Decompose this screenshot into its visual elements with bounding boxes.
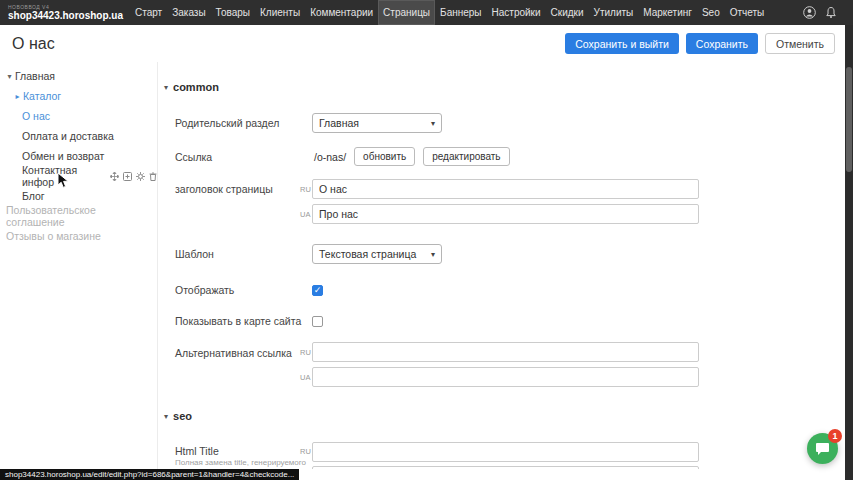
sidebar-item-label: Отзывы о магазине xyxy=(6,230,101,242)
nav-item-seo[interactable]: Seo xyxy=(697,0,725,25)
save-button[interactable]: Сохранить xyxy=(686,33,758,54)
sidebar-item-label: Каталог xyxy=(23,90,61,102)
page-title-ru-input[interactable] xyxy=(312,179,699,199)
tree-item-actions xyxy=(110,172,157,181)
page-title: О нас xyxy=(12,35,55,53)
alt-link-ua-input[interactable] xyxy=(312,367,699,387)
alt-link-label: Альтернативная ссылка xyxy=(175,347,292,359)
cancel-button[interactable]: Отменить xyxy=(765,33,835,54)
section-common[interactable]: ▾ common xyxy=(164,81,219,93)
chevron-right-icon[interactable]: ▸ xyxy=(12,92,23,101)
sidebar-item-label: Блог xyxy=(22,190,45,202)
nav-item-products[interactable]: Товары xyxy=(211,0,255,25)
html-title-hint: Полная замена title, генерируемого xyxy=(175,458,306,467)
sidebar-item-label: Пользовательское соглашение xyxy=(6,204,157,228)
save-exit-button[interactable]: Сохранить и выйти xyxy=(565,33,679,54)
logo-domain: shop34423.horoshop.ua xyxy=(8,10,126,21)
page-header: О нас Сохранить и выйти Сохранить Отмени… xyxy=(0,25,845,62)
template-label: Шаблон xyxy=(175,248,214,260)
nav-item-utilities[interactable]: Утилиты xyxy=(589,0,639,25)
add-icon[interactable] xyxy=(123,172,132,181)
status-url: shop34423.horoshop.ua/edit/edit.php?id=6… xyxy=(0,469,299,480)
parent-section-label: Родительский раздел xyxy=(175,117,279,129)
app-window: НОВОВВОД V4 shop34423.horoshop.ua Старт … xyxy=(0,0,853,480)
html-title-label: Html Title xyxy=(175,445,219,457)
sidebar-item-label: Контактная инфор xyxy=(22,164,102,188)
display-label: Отображать xyxy=(175,284,234,296)
lang-ua-label: UA xyxy=(300,373,310,382)
nav-item-clients[interactable]: Клиенты xyxy=(255,0,305,25)
check-icon: ✓ xyxy=(314,286,322,295)
html-title-ru-input[interactable] xyxy=(312,442,699,462)
move-icon[interactable] xyxy=(110,172,119,181)
nav-item-pages[interactable]: Страницы xyxy=(378,0,435,25)
sitemap-checkbox[interactable] xyxy=(312,316,323,327)
link-label: Ссылка xyxy=(175,151,212,163)
account-icon[interactable] xyxy=(803,6,816,19)
top-navbar: НОВОВВОД V4 shop34423.horoshop.ua Старт … xyxy=(0,0,853,25)
lang-ru-label: RU xyxy=(300,185,311,194)
display-checkbox[interactable]: ✓ xyxy=(312,285,323,296)
chevron-down-icon: ▾ xyxy=(164,83,168,92)
chevron-down-icon[interactable]: ▾ xyxy=(4,72,15,81)
link-row: /o-nas/ обновить редактировать xyxy=(314,147,510,166)
nav-item-orders[interactable]: Заказы xyxy=(167,0,210,25)
nav-item-start[interactable]: Старт xyxy=(130,0,167,25)
nav-item-marketing[interactable]: Маркетинг xyxy=(638,0,697,25)
html-title-ua-input[interactable] xyxy=(312,466,699,469)
sidebar-item-contacts[interactable]: Контактная инфор xyxy=(0,166,157,186)
sidebar-item-label: Обмен и возврат xyxy=(22,150,104,162)
page-tree-sidebar: ▾ Главная ▸ Каталог О нас Оплата и доста… xyxy=(0,62,158,469)
sidebar-item-store-reviews[interactable]: Отзывы о магазине xyxy=(0,226,157,246)
parent-section-select[interactable]: Главная ▾ xyxy=(312,113,442,133)
chevron-down-icon: ▾ xyxy=(431,119,435,128)
header-actions: Сохранить и выйти Сохранить Отменить xyxy=(565,33,835,54)
edit-form: ▾ common Родительский раздел Главная ▾ С… xyxy=(159,62,845,469)
sidebar-item-user-agreement[interactable]: Пользовательское соглашение xyxy=(0,206,157,226)
template-value: Текстовая страница xyxy=(319,248,416,260)
main-menu: Старт Заказы Товары Клиенты Комментарии … xyxy=(130,0,769,25)
sitemap-label: Показывать в карте сайта xyxy=(175,315,301,327)
sidebar-item-blog[interactable]: Блог xyxy=(0,186,157,206)
sidebar-item-payment-delivery[interactable]: Оплата и доставка xyxy=(0,126,157,146)
trash-icon[interactable] xyxy=(149,172,157,181)
lang-ru-label: RU xyxy=(300,348,311,357)
logo[interactable]: НОВОВВОД V4 shop34423.horoshop.ua xyxy=(8,4,126,21)
notifications-icon[interactable] xyxy=(825,6,837,19)
edit-link-button[interactable]: редактировать xyxy=(423,147,509,166)
section-seo-label: seo xyxy=(173,410,192,422)
sidebar-item-about[interactable]: О нас xyxy=(0,106,157,126)
sidebar-item-exchange-return[interactable]: Обмен и возврат xyxy=(0,146,157,166)
nav-item-reports[interactable]: Отчеты xyxy=(725,0,770,25)
nav-item-settings[interactable]: Настройки xyxy=(487,0,546,25)
sidebar-item-catalog[interactable]: ▸ Каталог xyxy=(0,86,157,106)
chevron-down-icon: ▾ xyxy=(431,250,435,259)
alt-link-ru-input[interactable] xyxy=(312,342,699,362)
vertical-scrollbar[interactable] xyxy=(845,25,853,480)
chat-bubble-icon xyxy=(815,442,830,456)
page-title-field-label: заголовок страницы xyxy=(175,183,273,195)
section-seo[interactable]: ▾ seo xyxy=(164,410,192,422)
nav-item-banners[interactable]: Баннеры xyxy=(435,0,486,25)
chevron-down-icon: ▾ xyxy=(164,412,168,421)
parent-section-value: Главная xyxy=(319,117,359,129)
page-title-ua-input[interactable] xyxy=(312,204,699,224)
nav-icon-group xyxy=(803,6,837,19)
scrollbar-thumb[interactable] xyxy=(846,67,852,172)
chat-widget[interactable]: 1 xyxy=(807,433,838,464)
template-select[interactable]: Текстовая страница ▾ xyxy=(312,244,442,264)
sidebar-item-main[interactable]: ▾ Главная xyxy=(0,66,157,86)
sidebar-item-label: Главная xyxy=(15,70,55,82)
sidebar-item-label: О нас xyxy=(22,110,50,122)
refresh-link-button[interactable]: обновить xyxy=(354,147,415,166)
gear-icon[interactable] xyxy=(136,172,145,181)
sidebar-item-label: Оплата и доставка xyxy=(22,130,114,142)
lang-ru-label: RU xyxy=(300,447,311,456)
nav-item-discounts[interactable]: Скидки xyxy=(546,0,589,25)
lang-ua-label: UA xyxy=(300,210,310,219)
nav-item-comments[interactable]: Комментарии xyxy=(305,0,378,25)
section-common-label: common xyxy=(173,81,219,93)
chat-unread-badge: 1 xyxy=(828,429,842,443)
link-value: /o-nas/ xyxy=(314,151,346,163)
